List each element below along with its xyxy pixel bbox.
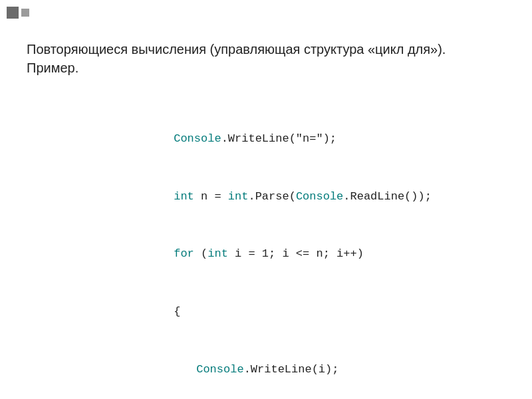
code-brace-open: { bbox=[174, 305, 180, 318]
code-writeline-i: .WriteLine(i); bbox=[244, 363, 339, 376]
code-kw-int-3: int bbox=[207, 247, 228, 260]
decoration-dot-1 bbox=[7, 7, 19, 19]
top-decoration bbox=[7, 7, 29, 19]
code-line-4: { bbox=[133, 283, 505, 341]
slide-container: Повторяющиеся вычисления (управляющая ст… bbox=[0, 0, 532, 399]
code-kw-int-2: int bbox=[228, 190, 249, 203]
code-kw-int-1: int bbox=[174, 190, 194, 203]
code-for-open: ( bbox=[194, 247, 207, 260]
code-n-eq: n = bbox=[194, 190, 228, 203]
code-for-body: i = 1; i <= n; i++) bbox=[228, 247, 364, 260]
code-console-1: Console bbox=[174, 132, 221, 145]
code-console-2: Console bbox=[296, 190, 343, 203]
code-line-5: Console.WriteLine(i); bbox=[133, 341, 505, 399]
slide-title: Повторяющиеся вычисления (управляющая ст… bbox=[27, 40, 479, 77]
code-line-2: int n = int.Parse(Console.ReadLine()); bbox=[133, 168, 505, 226]
code-console-3: Console bbox=[196, 363, 243, 376]
code-parse: .Parse( bbox=[248, 190, 295, 203]
code-block: Console.WriteLine("n="); int n = int.Par… bbox=[133, 110, 505, 399]
code-readline: .ReadLine()); bbox=[343, 190, 432, 203]
code-line-1: Console.WriteLine("n="); bbox=[133, 110, 505, 168]
code-writeline-1: .WriteLine("n="); bbox=[221, 132, 336, 145]
decoration-dot-2 bbox=[21, 9, 29, 17]
code-kw-for: for bbox=[174, 247, 194, 260]
code-line-3: for (int i = 1; i <= n; i++) bbox=[133, 225, 505, 283]
